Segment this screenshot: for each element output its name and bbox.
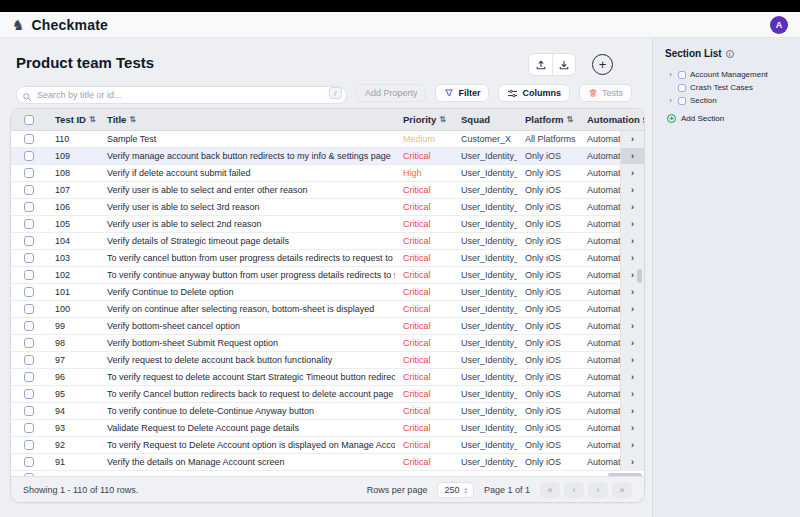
table-row[interactable]: 96To verify request to delete account St… [11, 369, 644, 386]
row-expand-button[interactable]: › [620, 199, 644, 215]
select-all-checkbox[interactable] [24, 115, 34, 125]
section-checkbox[interactable] [678, 84, 686, 92]
add-section-button[interactable]: + Add Section [665, 114, 788, 123]
columns-button[interactable]: Columns [498, 84, 570, 102]
app-brand[interactable]: ♞ Checkmate [12, 17, 108, 33]
table-row[interactable]: 104Verify details of Strategic timeout p… [11, 233, 644, 250]
column-header-platform[interactable]: Platform⇅ [517, 114, 579, 125]
table-row[interactable]: 106Verify user is able to select 3rd rea… [11, 199, 644, 216]
sort-icon[interactable]: ⇅ [439, 116, 446, 124]
delete-tests-button[interactable]: Tests [579, 84, 632, 102]
row-expand-button[interactable]: › [620, 216, 644, 232]
row-expand-button[interactable]: › [620, 182, 644, 198]
row-checkbox[interactable] [24, 304, 34, 314]
column-header-priority[interactable]: Priority⇅ [395, 114, 453, 125]
rows-per-page-select[interactable]: 250 ▴▾ [437, 482, 474, 498]
row-checkbox[interactable] [24, 151, 34, 161]
row-expand-button[interactable]: › [620, 233, 644, 249]
row-checkbox[interactable] [24, 202, 34, 212]
vertical-scrollbar-thumb[interactable] [637, 269, 642, 283]
row-expand-button[interactable]: › [620, 335, 644, 351]
chevron-right-icon[interactable]: › [667, 70, 674, 79]
table-row[interactable]: 99Verify bottom-sheet cancel optionCriti… [11, 318, 644, 335]
row-expand-button[interactable]: › [620, 369, 644, 385]
row-checkbox[interactable] [24, 287, 34, 297]
row-expand-button[interactable]: › [620, 420, 644, 436]
row-checkbox[interactable] [24, 219, 34, 229]
last-page-button[interactable]: » [612, 482, 632, 498]
row-expand-button[interactable]: › [620, 284, 644, 300]
cell-checkbox [11, 352, 47, 368]
column-header-title[interactable]: Title⇅ [99, 114, 395, 125]
sort-icon[interactable]: ⇅ [89, 116, 96, 124]
row-expand-button[interactable]: › [620, 148, 644, 164]
table-row[interactable]: 110Sample TestMediumCustomer_XAll Platfo… [11, 131, 644, 148]
row-checkbox[interactable] [24, 355, 34, 365]
upload-button[interactable] [529, 54, 552, 75]
row-expand-button[interactable]: › [620, 318, 644, 334]
row-expand-button[interactable]: › [620, 454, 644, 470]
column-header-squad[interactable]: Squad [453, 114, 517, 125]
table-row[interactable]: 93Validate Request to Delete Account pag… [11, 420, 644, 437]
table-row[interactable]: 103To verify cancel button from user pro… [11, 250, 644, 267]
section-checkbox[interactable] [678, 71, 686, 79]
table-row[interactable]: 101Verify Continue to Delete optionCriti… [11, 284, 644, 301]
row-checkbox[interactable] [24, 338, 34, 348]
table-row[interactable]: 97Verify request to delete account back … [11, 352, 644, 369]
row-expand-button[interactable]: › [620, 301, 644, 317]
section-item[interactable]: ›Account Management [665, 68, 788, 81]
row-checkbox[interactable] [24, 134, 34, 144]
table-row[interactable]: 98Verify bottom-sheet Submit Request opt… [11, 335, 644, 352]
table-row[interactable]: 102To verify continue anyway button from… [11, 267, 644, 284]
first-page-button[interactable]: « [540, 482, 560, 498]
table-row[interactable]: 108Verify if delete account submit faile… [11, 165, 644, 182]
row-checkbox[interactable] [24, 236, 34, 246]
row-checkbox[interactable] [24, 457, 34, 467]
row-expand-button[interactable]: › [620, 131, 644, 147]
row-checkbox[interactable] [24, 440, 34, 450]
table-row[interactable]: 100Verify on continue after selecting re… [11, 301, 644, 318]
row-expand-button[interactable]: › [620, 386, 644, 402]
row-expand-button[interactable]: › [620, 437, 644, 453]
search-input[interactable] [16, 86, 347, 104]
download-button[interactable] [552, 54, 575, 75]
add-test-button[interactable]: + [592, 54, 613, 75]
row-checkbox[interactable] [24, 423, 34, 433]
row-expand-button[interactable]: › [620, 165, 644, 181]
row-checkbox[interactable] [24, 253, 34, 263]
add-property-button[interactable]: Add Property [356, 84, 427, 102]
column-header-automation-status[interactable]: Automation Status [579, 114, 644, 125]
user-avatar[interactable]: A [770, 16, 788, 34]
table-row[interactable]: 95To verify Cancel button redirects back… [11, 386, 644, 403]
row-checkbox[interactable] [24, 372, 34, 382]
next-page-button[interactable]: › [588, 482, 608, 498]
row-checkbox[interactable] [24, 168, 34, 178]
row-checkbox[interactable] [24, 270, 34, 280]
filter-button[interactable]: Filter [435, 84, 489, 102]
info-icon[interactable]: i [726, 50, 734, 58]
section-item[interactable]: ›Section [665, 94, 788, 107]
row-expand-button[interactable]: › [620, 250, 644, 266]
table-row[interactable]: 91Verify the details on Manage Account s… [11, 454, 644, 471]
row-checkbox[interactable] [24, 185, 34, 195]
row-checkbox[interactable] [24, 321, 34, 331]
table-row[interactable]: 109Verify manage account back button red… [11, 148, 644, 165]
section-checkbox[interactable] [678, 97, 686, 105]
table-row[interactable]: 105Verify user is able to select 2nd rea… [11, 216, 644, 233]
sort-icon[interactable]: ⇅ [129, 116, 136, 124]
table-row[interactable]: 107Verify user is able to select and ent… [11, 182, 644, 199]
section-item[interactable]: Crash Test Cases [665, 81, 788, 94]
row-checkbox[interactable] [24, 389, 34, 399]
filter-funnel-icon [444, 88, 454, 98]
cell-priority: Critical [395, 182, 453, 198]
sort-icon[interactable]: ⇅ [567, 116, 574, 124]
column-header-test-id[interactable]: Test ID⇅ [47, 114, 99, 125]
row-expand-button[interactable]: › [620, 352, 644, 368]
row-checkbox[interactable] [24, 406, 34, 416]
chevron-right-icon[interactable]: › [667, 96, 674, 105]
row-expand-button[interactable]: › [620, 403, 644, 419]
table-row[interactable]: 94To verify continue to delete-Continue … [11, 403, 644, 420]
search-icon [22, 88, 32, 106]
table-row[interactable]: 92To verify Request to Delete Account op… [11, 437, 644, 454]
prev-page-button[interactable]: ‹ [564, 482, 584, 498]
